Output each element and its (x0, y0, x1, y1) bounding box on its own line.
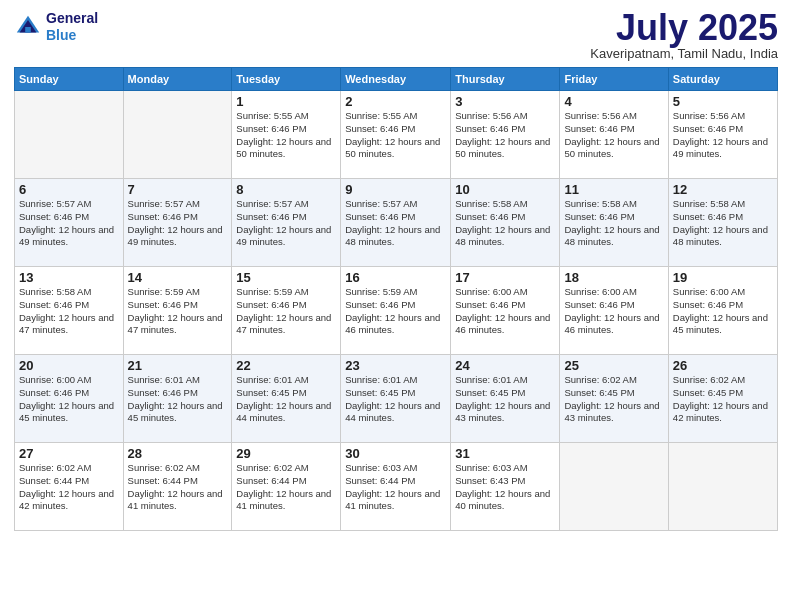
day-number: 8 (236, 182, 336, 197)
day-number: 23 (345, 358, 446, 373)
day-number: 15 (236, 270, 336, 285)
day-number: 29 (236, 446, 336, 461)
col-tuesday: Tuesday (232, 68, 341, 91)
day-info: Sunrise: 6:02 AMSunset: 6:44 PMDaylight:… (19, 462, 119, 513)
day-info: Sunrise: 5:56 AMSunset: 6:46 PMDaylight:… (673, 110, 773, 161)
logo: General Blue (14, 10, 98, 44)
day-info: Sunrise: 5:58 AMSunset: 6:46 PMDaylight:… (564, 198, 663, 249)
table-row: 2Sunrise: 5:55 AMSunset: 6:46 PMDaylight… (341, 91, 451, 179)
location: Kaveripatnam, Tamil Nadu, India (590, 46, 778, 61)
day-number: 22 (236, 358, 336, 373)
day-number: 27 (19, 446, 119, 461)
page: General Blue July 2025 Kaveripatnam, Tam… (0, 0, 792, 612)
calendar-table: Sunday Monday Tuesday Wednesday Thursday… (14, 67, 778, 531)
table-row: 16Sunrise: 5:59 AMSunset: 6:46 PMDayligh… (341, 267, 451, 355)
day-number: 28 (128, 446, 228, 461)
day-info: Sunrise: 5:55 AMSunset: 6:46 PMDaylight:… (345, 110, 446, 161)
table-row: 13Sunrise: 5:58 AMSunset: 6:46 PMDayligh… (15, 267, 124, 355)
table-row: 31Sunrise: 6:03 AMSunset: 6:43 PMDayligh… (451, 443, 560, 531)
day-number: 17 (455, 270, 555, 285)
table-row: 11Sunrise: 5:58 AMSunset: 6:46 PMDayligh… (560, 179, 668, 267)
day-number: 11 (564, 182, 663, 197)
calendar-week-row: 20Sunrise: 6:00 AMSunset: 6:46 PMDayligh… (15, 355, 778, 443)
day-number: 7 (128, 182, 228, 197)
calendar-week-row: 27Sunrise: 6:02 AMSunset: 6:44 PMDayligh… (15, 443, 778, 531)
table-row (668, 443, 777, 531)
day-number: 5 (673, 94, 773, 109)
table-row: 3Sunrise: 5:56 AMSunset: 6:46 PMDaylight… (451, 91, 560, 179)
table-row: 20Sunrise: 6:00 AMSunset: 6:46 PMDayligh… (15, 355, 124, 443)
logo-icon (14, 13, 42, 41)
table-row: 4Sunrise: 5:56 AMSunset: 6:46 PMDaylight… (560, 91, 668, 179)
table-row: 1Sunrise: 5:55 AMSunset: 6:46 PMDaylight… (232, 91, 341, 179)
day-info: Sunrise: 5:57 AMSunset: 6:46 PMDaylight:… (236, 198, 336, 249)
month-title: July 2025 (590, 10, 778, 46)
day-info: Sunrise: 5:59 AMSunset: 6:46 PMDaylight:… (345, 286, 446, 337)
day-number: 19 (673, 270, 773, 285)
day-number: 16 (345, 270, 446, 285)
table-row: 25Sunrise: 6:02 AMSunset: 6:45 PMDayligh… (560, 355, 668, 443)
day-info: Sunrise: 5:58 AMSunset: 6:46 PMDaylight:… (673, 198, 773, 249)
table-row: 7Sunrise: 5:57 AMSunset: 6:46 PMDaylight… (123, 179, 232, 267)
table-row: 18Sunrise: 6:00 AMSunset: 6:46 PMDayligh… (560, 267, 668, 355)
col-monday: Monday (123, 68, 232, 91)
day-info: Sunrise: 5:58 AMSunset: 6:46 PMDaylight:… (455, 198, 555, 249)
calendar-week-row: 6Sunrise: 5:57 AMSunset: 6:46 PMDaylight… (15, 179, 778, 267)
day-number: 3 (455, 94, 555, 109)
day-number: 12 (673, 182, 773, 197)
table-row: 29Sunrise: 6:02 AMSunset: 6:44 PMDayligh… (232, 443, 341, 531)
day-number: 20 (19, 358, 119, 373)
table-row: 30Sunrise: 6:03 AMSunset: 6:44 PMDayligh… (341, 443, 451, 531)
table-row: 22Sunrise: 6:01 AMSunset: 6:45 PMDayligh… (232, 355, 341, 443)
day-number: 13 (19, 270, 119, 285)
day-number: 18 (564, 270, 663, 285)
table-row: 6Sunrise: 5:57 AMSunset: 6:46 PMDaylight… (15, 179, 124, 267)
day-info: Sunrise: 6:01 AMSunset: 6:46 PMDaylight:… (128, 374, 228, 425)
day-info: Sunrise: 6:00 AMSunset: 6:46 PMDaylight:… (455, 286, 555, 337)
table-row: 21Sunrise: 6:01 AMSunset: 6:46 PMDayligh… (123, 355, 232, 443)
day-info: Sunrise: 6:01 AMSunset: 6:45 PMDaylight:… (455, 374, 555, 425)
day-number: 6 (19, 182, 119, 197)
day-number: 26 (673, 358, 773, 373)
table-row: 27Sunrise: 6:02 AMSunset: 6:44 PMDayligh… (15, 443, 124, 531)
col-wednesday: Wednesday (341, 68, 451, 91)
day-info: Sunrise: 6:03 AMSunset: 6:44 PMDaylight:… (345, 462, 446, 513)
table-row (15, 91, 124, 179)
day-info: Sunrise: 6:02 AMSunset: 6:45 PMDaylight:… (673, 374, 773, 425)
day-info: Sunrise: 5:55 AMSunset: 6:46 PMDaylight:… (236, 110, 336, 161)
title-area: July 2025 Kaveripatnam, Tamil Nadu, Indi… (590, 10, 778, 61)
day-info: Sunrise: 6:01 AMSunset: 6:45 PMDaylight:… (236, 374, 336, 425)
day-info: Sunrise: 6:00 AMSunset: 6:46 PMDaylight:… (19, 374, 119, 425)
day-info: Sunrise: 6:02 AMSunset: 6:45 PMDaylight:… (564, 374, 663, 425)
header: General Blue July 2025 Kaveripatnam, Tam… (14, 10, 778, 61)
day-number: 21 (128, 358, 228, 373)
day-info: Sunrise: 5:56 AMSunset: 6:46 PMDaylight:… (564, 110, 663, 161)
table-row (123, 91, 232, 179)
table-row: 12Sunrise: 5:58 AMSunset: 6:46 PMDayligh… (668, 179, 777, 267)
calendar-week-row: 13Sunrise: 5:58 AMSunset: 6:46 PMDayligh… (15, 267, 778, 355)
day-number: 4 (564, 94, 663, 109)
table-row: 19Sunrise: 6:00 AMSunset: 6:46 PMDayligh… (668, 267, 777, 355)
col-saturday: Saturday (668, 68, 777, 91)
day-info: Sunrise: 6:02 AMSunset: 6:44 PMDaylight:… (236, 462, 336, 513)
table-row: 9Sunrise: 5:57 AMSunset: 6:46 PMDaylight… (341, 179, 451, 267)
day-info: Sunrise: 5:57 AMSunset: 6:46 PMDaylight:… (128, 198, 228, 249)
day-number: 30 (345, 446, 446, 461)
logo-text: General Blue (46, 10, 98, 44)
table-row: 24Sunrise: 6:01 AMSunset: 6:45 PMDayligh… (451, 355, 560, 443)
col-sunday: Sunday (15, 68, 124, 91)
day-info: Sunrise: 6:03 AMSunset: 6:43 PMDaylight:… (455, 462, 555, 513)
day-info: Sunrise: 6:02 AMSunset: 6:44 PMDaylight:… (128, 462, 228, 513)
day-info: Sunrise: 5:59 AMSunset: 6:46 PMDaylight:… (128, 286, 228, 337)
day-info: Sunrise: 5:59 AMSunset: 6:46 PMDaylight:… (236, 286, 336, 337)
day-info: Sunrise: 5:57 AMSunset: 6:46 PMDaylight:… (345, 198, 446, 249)
day-info: Sunrise: 6:01 AMSunset: 6:45 PMDaylight:… (345, 374, 446, 425)
table-row: 17Sunrise: 6:00 AMSunset: 6:46 PMDayligh… (451, 267, 560, 355)
svg-rect-2 (25, 27, 31, 33)
day-number: 2 (345, 94, 446, 109)
table-row: 8Sunrise: 5:57 AMSunset: 6:46 PMDaylight… (232, 179, 341, 267)
col-friday: Friday (560, 68, 668, 91)
table-row (560, 443, 668, 531)
table-row: 15Sunrise: 5:59 AMSunset: 6:46 PMDayligh… (232, 267, 341, 355)
calendar-week-row: 1Sunrise: 5:55 AMSunset: 6:46 PMDaylight… (15, 91, 778, 179)
